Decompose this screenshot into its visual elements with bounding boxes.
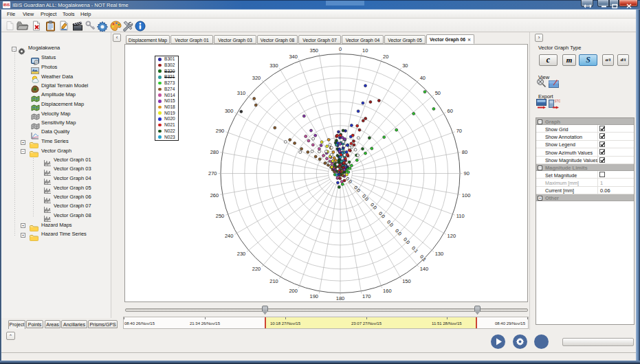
- svg-text:130: 130: [435, 251, 444, 257]
- svg-text:250: 250: [216, 213, 225, 219]
- svg-text:220: 220: [252, 266, 261, 272]
- svg-text:350: 350: [309, 47, 318, 54]
- svg-text:0.1: 0.1: [419, 254, 428, 262]
- svg-text:290: 290: [216, 128, 225, 134]
- svg-text:200: 200: [289, 288, 298, 294]
- svg-text:230: 230: [237, 251, 246, 257]
- svg-text:70: 70: [456, 128, 462, 134]
- svg-text:STO: STO: [555, 100, 561, 103]
- svg-text:0.0: 0.0: [353, 185, 362, 193]
- svg-text:10: 10: [362, 47, 368, 54]
- svg-text:0.0: 0.0: [370, 202, 378, 210]
- svg-text:240: 240: [225, 233, 234, 239]
- svg-text:0.0: 0.0: [378, 211, 386, 219]
- svg-text:320: 320: [252, 75, 261, 81]
- svg-text:0.1: 0.1: [411, 245, 419, 253]
- svg-text:160: 160: [383, 288, 392, 294]
- svg-text:270: 270: [208, 170, 217, 177]
- svg-text:180: 180: [336, 295, 345, 302]
- svg-text:310: 310: [237, 90, 246, 96]
- svg-text:110: 110: [456, 213, 465, 219]
- svg-text:140: 140: [420, 266, 429, 272]
- svg-text:340: 340: [289, 54, 298, 60]
- svg-text:190: 190: [309, 293, 318, 299]
- svg-text:0.0: 0.0: [395, 228, 403, 236]
- svg-text:80: 80: [462, 149, 467, 155]
- svg-text:120: 120: [448, 233, 456, 239]
- svg-text:330: 330: [269, 62, 278, 69]
- svg-text:300: 300: [225, 108, 234, 114]
- svg-text:20: 20: [383, 54, 388, 60]
- svg-text:0.0: 0.0: [386, 219, 395, 227]
- svg-text:60: 60: [448, 108, 453, 114]
- svg-text:210: 210: [269, 278, 278, 284]
- svg-text:0.0: 0.0: [403, 237, 411, 245]
- svg-text:170: 170: [362, 293, 371, 299]
- svg-text:150: 150: [402, 278, 411, 284]
- svg-text:0.0: 0.0: [362, 194, 370, 202]
- svg-text:90: 90: [464, 170, 470, 177]
- svg-text:100: 100: [462, 192, 471, 198]
- svg-text:0: 0: [339, 46, 342, 52]
- svg-text:30: 30: [402, 62, 408, 69]
- svg-text:260: 260: [210, 192, 219, 198]
- svg-text:40: 40: [420, 75, 426, 81]
- svg-text:50: 50: [435, 90, 441, 96]
- svg-text:280: 280: [210, 149, 219, 155]
